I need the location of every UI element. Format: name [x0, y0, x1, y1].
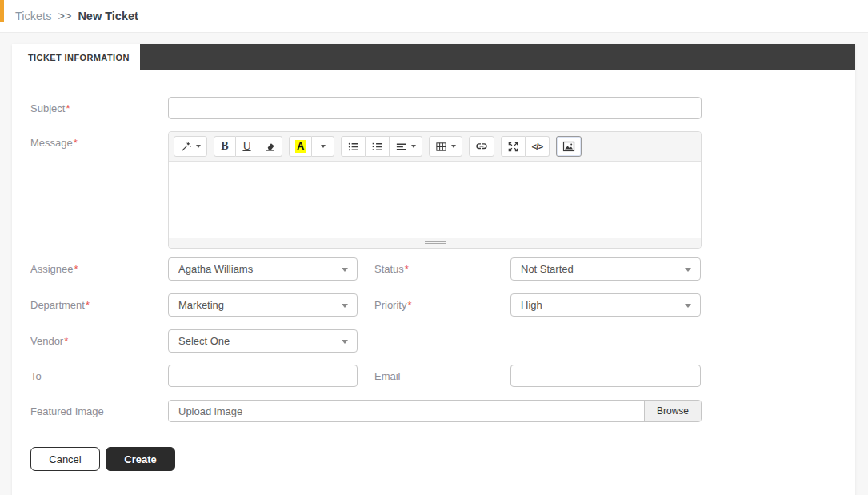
required-asterisk: * [74, 137, 78, 149]
tab-bar-filler [140, 44, 855, 70]
rich-text-editor: B U [168, 131, 702, 249]
subject-input[interactable] [168, 97, 702, 119]
resize-grip-icon [425, 241, 446, 246]
breadcrumb: Tickets >> New Ticket [0, 0, 868, 32]
to-input[interactable] [168, 365, 358, 387]
underline-button[interactable]: U [236, 136, 258, 157]
breadcrumb-separator: >> [58, 10, 71, 22]
priority-select[interactable]: High [510, 293, 701, 317]
unordered-list-button[interactable] [341, 136, 366, 157]
vendor-label: Vendor* [30, 329, 168, 347]
page-title: New Ticket [78, 10, 138, 22]
clear-formatting-button[interactable] [258, 136, 282, 157]
required-asterisk: * [407, 299, 411, 311]
ticket-form: Subject* Message* [12, 70, 855, 495]
assignee-select[interactable]: Agatha Williams [168, 257, 358, 281]
message-label: Message* [30, 131, 168, 149]
status-select[interactable]: Not Started [510, 257, 701, 281]
status-label: Status* [358, 257, 510, 275]
department-label: Department* [30, 293, 168, 311]
subject-label: Subject* [30, 97, 168, 114]
link-button[interactable] [469, 136, 494, 157]
bold-button[interactable]: B [214, 136, 236, 157]
caret-down-icon [342, 304, 348, 308]
department-priority-row: Department* Marketing Priority* High [30, 293, 855, 317]
tab-ticket-information[interactable]: TICKET INFORMATION [12, 44, 140, 70]
required-asterisk: * [405, 263, 409, 275]
new-ticket-panel: TICKET INFORMATION Subject* Message* [12, 44, 855, 495]
eraser-icon [264, 141, 276, 153]
magic-wand-icon [180, 141, 192, 153]
editor-toolbar: B U [169, 132, 701, 162]
code-view-button[interactable]: </> [526, 136, 549, 157]
cancel-button[interactable]: Cancel [30, 447, 100, 471]
font-color-button[interactable]: A [289, 136, 312, 157]
message-row: Message* [30, 131, 855, 249]
featured-image-label: Featured Image [30, 400, 168, 417]
top-header: Tickets >> New Ticket [0, 0, 868, 33]
form-actions: Cancel Create [30, 447, 855, 471]
style-dropdown-button[interactable] [174, 136, 207, 157]
caret-down-icon [411, 145, 416, 148]
caret-down-icon [451, 145, 456, 148]
department-select[interactable]: Marketing [168, 293, 358, 317]
fullscreen-button[interactable] [501, 136, 526, 157]
editor-resize-handle[interactable] [169, 238, 701, 248]
ordered-list-icon [371, 141, 383, 153]
email-label: Email [358, 365, 510, 382]
caret-down-icon [342, 340, 348, 344]
paragraph-dropdown-button[interactable] [390, 136, 422, 157]
vendor-row: Vendor* Select One [30, 329, 855, 353]
assignee-status-row: Assignee* Agatha Williams Status* Not St… [30, 257, 855, 281]
accent-bar [0, 0, 4, 22]
ordered-list-button[interactable] [366, 136, 390, 157]
fullscreen-icon [507, 141, 519, 153]
required-asterisk: * [66, 102, 70, 114]
message-editor-area[interactable] [169, 162, 701, 238]
caret-down-icon [342, 268, 348, 272]
caret-down-icon [685, 304, 691, 308]
caret-down-icon [321, 145, 326, 148]
required-asterisk: * [64, 335, 68, 347]
to-email-row: To Email [30, 365, 855, 387]
vendor-select[interactable]: Select One [168, 329, 358, 353]
caret-down-icon [196, 145, 201, 148]
paragraph-icon [395, 141, 407, 153]
subject-row: Subject* [30, 97, 855, 119]
insert-picture-button[interactable] [556, 136, 582, 157]
featured-image-upload-group: Browse [168, 400, 702, 422]
upload-image-input[interactable] [169, 401, 644, 421]
table-icon [435, 141, 447, 153]
create-button[interactable]: Create [106, 447, 175, 471]
link-icon [475, 140, 488, 153]
tab-bar: TICKET INFORMATION [12, 44, 855, 70]
picture-icon [562, 141, 575, 152]
required-asterisk: * [74, 263, 78, 275]
email-input[interactable] [510, 365, 701, 387]
font-color-dropdown-button[interactable] [312, 136, 334, 157]
breadcrumb-tickets-link[interactable]: Tickets [15, 10, 51, 22]
priority-label: Priority* [358, 293, 510, 311]
featured-image-row: Featured Image Browse [30, 400, 855, 422]
required-asterisk: * [86, 299, 90, 311]
caret-down-icon [685, 268, 691, 272]
table-dropdown-button[interactable] [429, 136, 462, 157]
browse-button[interactable]: Browse [644, 401, 701, 421]
to-label: To [30, 365, 168, 382]
unordered-list-icon [347, 141, 359, 153]
assignee-label: Assignee* [30, 257, 168, 275]
